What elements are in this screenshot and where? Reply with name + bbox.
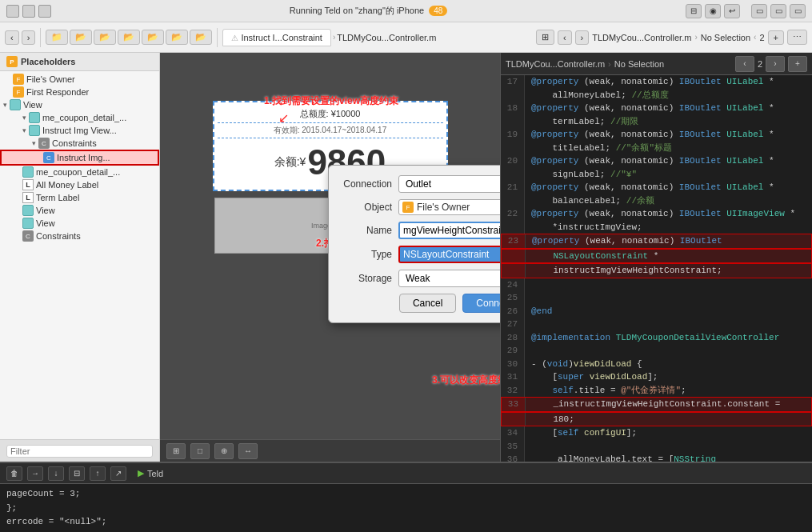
folder-btn-3[interactable]: 📂 bbox=[94, 30, 116, 45]
annotation-1: 1.找到需要设置的view高度约束 bbox=[264, 94, 398, 108]
code-line-22b: *instructImgView; bbox=[501, 221, 812, 234]
sidebar-label-view3: View bbox=[36, 218, 55, 228]
folder-btn-5[interactable]: 📂 bbox=[142, 30, 164, 45]
code-line-35: 35 bbox=[501, 440, 812, 454]
panel-header: P Placeholders bbox=[0, 53, 159, 71]
filesowner-icon: F bbox=[13, 74, 24, 85]
dialog-storage-select[interactable]: Weak bbox=[398, 270, 500, 287]
window-controls[interactable] bbox=[6, 5, 51, 18]
view-root-icon bbox=[10, 99, 21, 110]
nav-next[interactable]: › bbox=[575, 30, 590, 45]
canvas-btn-4[interactable]: ↔ bbox=[238, 443, 258, 459]
arrow-constraints: ▾ bbox=[32, 139, 36, 147]
sidebar-item-instructimgview[interactable]: ▾ Instruct Img View... bbox=[0, 124, 159, 137]
instructimgview-icon bbox=[29, 125, 40, 136]
left-panel: P Placeholders F File's Owner F First Re… bbox=[0, 53, 160, 462]
toolbar-forward[interactable]: › bbox=[22, 30, 36, 45]
arrow-instructimgview: ▾ bbox=[22, 126, 26, 134]
sidebar-label-view2: View bbox=[36, 206, 55, 215]
dialog-row-object: Object F File's Owner bbox=[338, 199, 500, 215]
sidebar-item-allmoneylabel[interactable]: L All Money Label bbox=[0, 178, 159, 191]
toolbar-back[interactable]: ‹ bbox=[5, 30, 19, 45]
line-num-22: 22 bbox=[501, 207, 525, 221]
bottom-btn-cursor[interactable]: ↗ bbox=[110, 466, 126, 481]
dialog-connection-label: Connection bbox=[338, 178, 398, 190]
add-btn[interactable]: + bbox=[768, 30, 784, 45]
nav-prev[interactable]: ‹ bbox=[558, 30, 572, 45]
nav-btn-2[interactable]: ◉ bbox=[705, 4, 721, 18]
dialog-type-label: Type bbox=[338, 249, 398, 260]
line-content-28: @implementation TLDMyCouponDetailViewCon… bbox=[525, 331, 812, 345]
dialog-connection-select[interactable]: Outlet bbox=[398, 175, 500, 193]
more-btn[interactable]: ⋯ bbox=[787, 30, 807, 45]
line-num-17b bbox=[501, 89, 525, 102]
code-nav-next[interactable]: › bbox=[766, 56, 785, 72]
canvas-btn-3[interactable]: ⊕ bbox=[214, 443, 234, 459]
close-button[interactable] bbox=[6, 5, 19, 18]
sidebar-label-filesowner: File's Owner bbox=[26, 74, 75, 84]
bottom-toolbar: 🗑 → ↓ ⊟ ↑ ↗ ▶ Teld bbox=[0, 463, 812, 484]
canvas-btn-1[interactable]: ⊞ bbox=[166, 443, 186, 459]
dialog-connect-button[interactable]: Connect bbox=[462, 294, 500, 313]
folder-icon[interactable]: 📁 bbox=[46, 30, 68, 45]
sidebar-item-filesowner[interactable]: F File's Owner bbox=[0, 73, 159, 86]
panel-title: Placeholders bbox=[21, 57, 75, 66]
dialog-name-input[interactable] bbox=[398, 222, 500, 239]
line-num-17: 17 bbox=[501, 75, 525, 89]
code-line-33b: 180; bbox=[501, 412, 812, 427]
bottom-btn-arrow[interactable]: → bbox=[27, 466, 43, 481]
code-line-20: 20 @property (weak, nonatomic) IBOutlet … bbox=[501, 154, 812, 168]
sidebar-item-view-root[interactable]: ▾ View bbox=[0, 98, 159, 111]
dialog-cancel-button[interactable]: Cancel bbox=[399, 294, 456, 313]
layout-btn-1[interactable]: ▭ bbox=[751, 4, 767, 18]
dialog-connection-field: Outlet bbox=[398, 175, 500, 193]
log-line-2: }; bbox=[6, 502, 806, 516]
code-toolbar: TLDMyCou...Controller.m › No Selection ‹… bbox=[501, 53, 812, 75]
folder-btn-2[interactable]: 📂 bbox=[70, 30, 92, 45]
folder-btn-6[interactable]: 📂 bbox=[166, 30, 188, 45]
tab-controller-label[interactable]: TLDMyCou...Controller.m bbox=[337, 33, 436, 42]
nav-btn-1[interactable]: ⊟ bbox=[686, 4, 702, 18]
code-no-selection: No Selection bbox=[614, 59, 664, 69]
sidebar-item-constraints2[interactable]: C Constraints bbox=[0, 230, 159, 242]
dialog-buttons: Cancel Connect bbox=[338, 294, 500, 313]
filter-input[interactable] bbox=[6, 445, 153, 458]
layout-btn-2[interactable]: ▭ bbox=[770, 4, 786, 18]
sidebar-item-view3[interactable]: View bbox=[0, 217, 159, 230]
sidebar-item-mecoupon[interactable]: ▾ me_coupon_detail_... bbox=[0, 111, 159, 124]
bottom-btn-filter[interactable]: ⊟ bbox=[69, 466, 85, 481]
sidebar-item-view2[interactable]: View bbox=[0, 204, 159, 217]
code-add[interactable]: + bbox=[788, 56, 807, 72]
sidebar-item-constraints[interactable]: ▾ C Constraints bbox=[0, 137, 159, 150]
sidebar-item-firstresponder[interactable]: F First Responder bbox=[0, 86, 159, 98]
layout-btn-3[interactable]: ▭ bbox=[790, 4, 806, 18]
sidebar-item-termlabel[interactable]: L Term Label bbox=[0, 191, 159, 204]
line-num-32: 32 bbox=[501, 384, 525, 398]
code-line-19b: titleLabel; //"余额"标题 bbox=[501, 142, 812, 155]
folder-btn-7[interactable]: 📂 bbox=[190, 30, 212, 45]
folder-btn-4[interactable]: 📂 bbox=[118, 30, 140, 45]
code-line-23c: instructImgViewHeightConstraint; bbox=[501, 263, 812, 278]
minimize-button[interactable] bbox=[22, 5, 35, 18]
file-path: TLDMyCou...Controller.m bbox=[592, 33, 691, 42]
code-line-32: 32 self.title = @"代金券详情"; bbox=[501, 384, 812, 398]
nav-btn-3[interactable]: ↩ bbox=[724, 4, 740, 18]
code-line-18b: termLabel; //期限 bbox=[501, 115, 812, 129]
line-num-35: 35 bbox=[501, 440, 525, 454]
sidebar-item-instructimg-selected[interactable]: C Instruct Img... bbox=[0, 150, 159, 166]
grid-view-btn[interactable]: ⊞ bbox=[536, 30, 554, 45]
dialog-type-select-wrapper[interactable]: NSLayoutConstraint ▼ bbox=[398, 246, 500, 263]
view3-icon bbox=[22, 218, 34, 229]
bottom-btn-trash[interactable]: 🗑 bbox=[6, 466, 22, 481]
bottom-btn-down[interactable]: ↓ bbox=[48, 466, 64, 481]
bottom-btn-up[interactable]: ↑ bbox=[90, 466, 106, 481]
line-content-35 bbox=[525, 440, 812, 454]
line-num-25: 25 bbox=[501, 291, 525, 305]
tab-constraint[interactable]: ⚠ Instruct I...Constraint bbox=[222, 29, 331, 46]
code-nav-prev[interactable]: ‹ bbox=[735, 56, 754, 72]
constraints2-icon: C bbox=[22, 230, 34, 242]
maximize-button[interactable] bbox=[38, 5, 51, 18]
line-content-18: @property (weak, nonatomic) IBOutlet UIL… bbox=[525, 102, 812, 115]
sidebar-item-mecoupon2[interactable]: me_coupon_detail_... bbox=[0, 166, 159, 178]
canvas-btn-2[interactable]: □ bbox=[190, 443, 210, 459]
